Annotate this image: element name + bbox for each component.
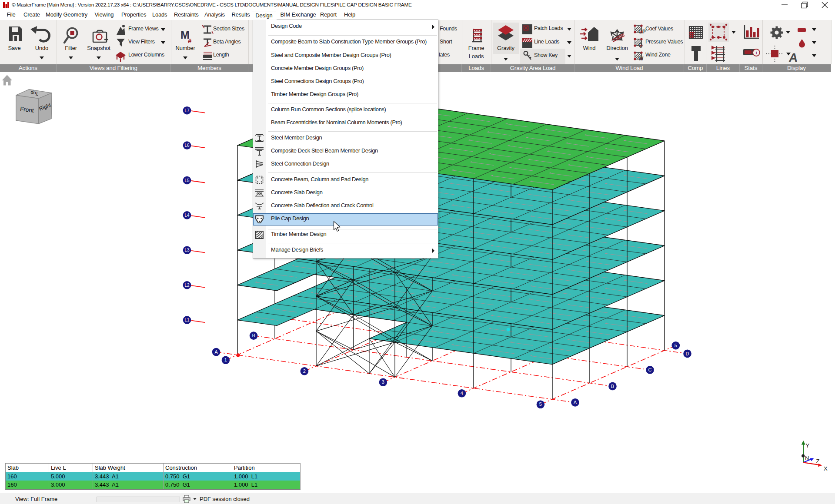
svg-text:C: C — [648, 367, 652, 372]
svg-text:L4: L4 — [184, 213, 190, 218]
svg-text:Z: Z — [816, 458, 820, 464]
svg-text:B: B — [611, 384, 614, 389]
svg-text:2: 2 — [303, 368, 306, 374]
svg-text:5: 5 — [675, 343, 677, 348]
svg-text:L6: L6 — [184, 143, 190, 148]
svg-text:1: 1 — [224, 357, 227, 362]
svg-text:L2: L2 — [184, 283, 190, 288]
svg-text:Y: Y — [806, 442, 810, 449]
svg-text:B: B — [252, 333, 255, 338]
svg-text:A: A — [214, 349, 218, 355]
svg-text:A: A — [574, 400, 577, 405]
svg-text:3: 3 — [382, 379, 384, 385]
svg-text:L1: L1 — [184, 318, 190, 322]
svg-text:L3: L3 — [184, 248, 190, 252]
svg-text:4: 4 — [461, 391, 463, 396]
svg-text:L5: L5 — [184, 178, 190, 183]
svg-text:D: D — [686, 351, 689, 356]
svg-text:L7: L7 — [184, 108, 190, 113]
svg-text:5: 5 — [539, 401, 542, 407]
svg-text:N: N — [805, 455, 809, 461]
svg-text:X: X — [824, 465, 828, 472]
